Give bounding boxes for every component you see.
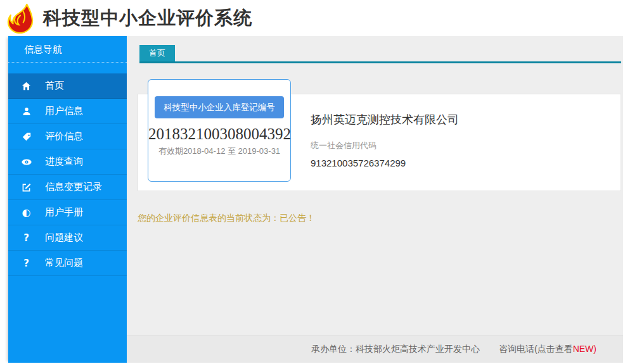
- status-message: 您的企业评价信息表的当前状态为：已公告！: [138, 213, 621, 224]
- registration-card: 科技型中小企业入库登记编号 201832100308004392 有效期2018…: [148, 79, 291, 182]
- body-row: 信息导航 首页 用户信息: [0, 36, 625, 363]
- sidebar-item-progress-query[interactable]: 进度查询: [8, 149, 127, 175]
- footer-organizer: 承办单位：科技部火炬高技术产业开发中心: [311, 344, 480, 355]
- app-title: 科技型中小企业评价系统: [43, 6, 252, 31]
- registration-validity: 有效期2018-04-12 至 2019-03-31: [148, 146, 290, 157]
- footer-consult-close: ): [593, 344, 596, 354]
- sidebar-item-home[interactable]: 首页: [8, 73, 127, 99]
- user-icon: [21, 107, 32, 116]
- credit-code-label: 统一社会信用代码: [311, 140, 621, 151]
- credit-code-value: 913210035726374299: [311, 158, 621, 168]
- app-header: 科技型中小企业评价系统: [0, 0, 625, 36]
- company-name: 扬州英迈克测控技术有限公司: [311, 112, 621, 127]
- home-icon: [21, 82, 32, 91]
- sidebar-item-label: 进度查询: [45, 156, 83, 168]
- sidebar-item-faq[interactable]: ? 常见问题: [8, 251, 127, 276]
- sidebar-item-label: 用户信息: [45, 105, 83, 117]
- tag-icon: [21, 132, 32, 141]
- sidebar-item-label: 信息变更记录: [45, 181, 102, 193]
- sidebar-item-change-record[interactable]: 信息变更记录: [8, 175, 127, 200]
- footer-new-badge: NEW: [573, 344, 594, 354]
- sidebar-item-user-info[interactable]: 用户信息: [8, 99, 127, 124]
- main-content: 首页 扬州英迈克测控技术有限公司 统一社会信用代码 91321003572637…: [127, 36, 623, 363]
- sidebar-item-label: 评价信息: [45, 130, 83, 142]
- sidebar-menu: 首页 用户信息 评价信息: [8, 73, 127, 276]
- registration-number-button[interactable]: 科技型中小企业入库登记编号: [155, 96, 284, 118]
- footer-consult-link[interactable]: 咨询电话(点击查看NEW): [499, 344, 596, 355]
- question-icon: ?: [21, 232, 32, 244]
- content-inner: 首页 扬州英迈克测控技术有限公司 统一社会信用代码 91321003572637…: [127, 36, 623, 336]
- sidebar-item-label: 问题建议: [45, 232, 83, 244]
- torch-flame-logo-icon: [6, 3, 35, 34]
- registration-number: 201832100308004392: [148, 125, 290, 143]
- sidebar-item-label: 首页: [45, 80, 64, 92]
- tab-home[interactable]: 首页: [139, 45, 175, 61]
- footer: 承办单位：科技部火炬高技术产业开发中心 咨询电话(点击查看NEW): [127, 336, 623, 363]
- sidebar-item-evaluation-info[interactable]: 评价信息: [8, 124, 127, 149]
- sidebar-item-user-manual[interactable]: ◐ 用户手册: [8, 200, 127, 225]
- sidebar-title: 信息导航: [8, 36, 127, 63]
- eye-icon: [21, 158, 32, 166]
- question-icon: ?: [21, 258, 32, 269]
- sidebar: 信息导航 首页 用户信息: [8, 36, 127, 363]
- sidebar-item-label: 用户手册: [45, 206, 83, 218]
- edit-icon: [21, 183, 32, 192]
- footer-consult-text: 咨询电话(点击查看: [499, 344, 573, 354]
- page: 科技型中小企业评价系统 信息导航 首页 用户信息: [0, 0, 625, 364]
- sidebar-item-suggestions[interactable]: ? 问题建议: [8, 225, 127, 251]
- manual-icon: ◐: [21, 206, 32, 218]
- sidebar-item-label: 常见问题: [45, 257, 83, 269]
- tab-bar: 首页: [139, 45, 621, 63]
